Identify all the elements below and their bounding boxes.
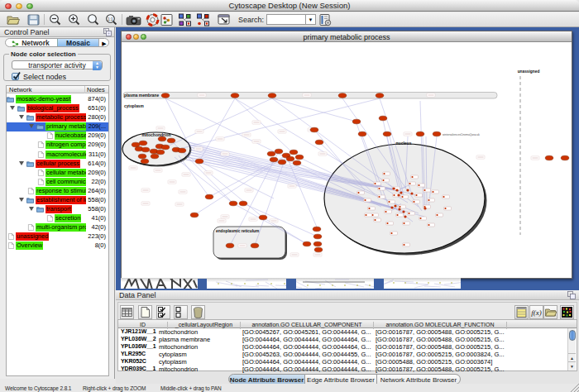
- svg-text:wintersaliencesCinemaQaracak: wintersaliencesCinemaQaracak: [443, 133, 480, 136]
- svg-text:plasma membrane: plasma membrane: [124, 93, 159, 98]
- svg-text:f(x): f(x): [531, 308, 542, 317]
- svg-text:cytoplasm: cytoplasm: [124, 104, 144, 108]
- svg-text:unassigned: unassigned: [518, 69, 540, 74]
- svg-text:nucleus: nucleus: [396, 141, 412, 146]
- svg-text:mitochondrion: mitochondrion: [142, 132, 171, 137]
- svg-text:endoplasmic reticulum: endoplasmic reticulum: [216, 229, 259, 233]
- svg-text:1:1: 1:1: [108, 17, 113, 22]
